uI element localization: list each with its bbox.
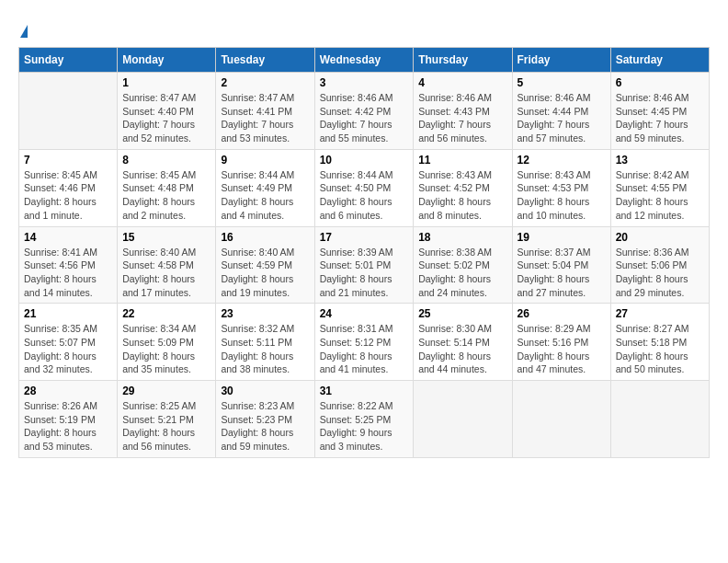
day-number: 31 [320,385,409,397]
calendar-cell: 9 Sunrise: 8:44 AMSunset: 4:49 PMDayligh… [216,149,314,226]
day-info: Sunrise: 8:26 AMSunset: 5:19 PMDaylight:… [24,399,112,454]
day-info: Sunrise: 8:46 AMSunset: 4:42 PMDaylight:… [320,91,409,145]
calendar-table: SundayMondayTuesdayWednesdayThursdayFrid… [18,47,710,458]
day-number: 27 [616,307,704,320]
day-info: Sunrise: 8:47 AMSunset: 4:40 PMDaylight:… [122,91,210,145]
day-info: Sunrise: 8:25 AMSunset: 5:21 PMDaylight:… [122,399,210,454]
day-info: Sunrise: 8:41 AMSunset: 4:56 PMDaylight:… [24,246,112,300]
calendar-cell: 1 Sunrise: 8:47 AMSunset: 4:40 PMDayligh… [118,73,216,150]
day-info: Sunrise: 8:40 AMSunset: 4:59 PMDaylight:… [221,246,309,300]
day-info: Sunrise: 8:31 AMSunset: 5:12 PMDaylight:… [320,322,409,376]
day-number: 14 [24,231,112,244]
calendar-cell: 8 Sunrise: 8:45 AMSunset: 4:48 PMDayligh… [118,149,216,226]
header [18,18,710,40]
day-info: Sunrise: 8:35 AMSunset: 5:07 PMDaylight:… [24,322,112,376]
day-info: Sunrise: 8:44 AMSunset: 4:49 PMDaylight:… [221,168,309,223]
column-header-saturday: Saturday [610,48,709,73]
day-info: Sunrise: 8:46 AMSunset: 4:44 PMDaylight:… [518,91,606,145]
calendar-cell: 11 Sunrise: 8:43 AMSunset: 4:52 PMDaylig… [414,149,512,226]
day-info: Sunrise: 8:32 AMSunset: 5:11 PMDaylight:… [221,322,309,376]
column-header-friday: Friday [512,48,610,73]
day-number: 13 [616,154,704,167]
day-number: 17 [320,231,409,244]
day-info: Sunrise: 8:30 AMSunset: 5:14 PMDaylight:… [418,322,506,376]
column-header-thursday: Thursday [414,48,512,73]
calendar-cell [414,381,512,458]
day-info: Sunrise: 8:43 AMSunset: 4:52 PMDaylight:… [418,168,506,223]
day-number: 22 [122,307,210,320]
calendar-cell: 26 Sunrise: 8:29 AMSunset: 5:16 PMDaylig… [512,304,610,381]
day-number: 20 [616,231,704,244]
calendar-cell: 10 Sunrise: 8:44 AMSunset: 4:50 PMDaylig… [314,149,414,226]
day-number: 30 [221,385,309,397]
logo-text [18,18,28,40]
day-number: 12 [518,154,606,167]
calendar-cell: 3 Sunrise: 8:46 AMSunset: 4:42 PMDayligh… [314,73,414,150]
calendar-cell: 24 Sunrise: 8:31 AMSunset: 5:12 PMDaylig… [314,304,414,381]
day-info: Sunrise: 8:23 AMSunset: 5:23 PMDaylight:… [221,399,309,454]
calendar-cell: 18 Sunrise: 8:38 AMSunset: 5:02 PMDaylig… [414,226,512,304]
calendar-cell: 2 Sunrise: 8:47 AMSunset: 4:41 PMDayligh… [216,73,314,150]
day-number: 3 [320,76,409,89]
day-info: Sunrise: 8:46 AMSunset: 4:43 PMDaylight:… [418,91,506,145]
day-info: Sunrise: 8:43 AMSunset: 4:53 PMDaylight:… [518,168,606,223]
day-info: Sunrise: 8:36 AMSunset: 5:06 PMDaylight:… [616,246,704,300]
calendar-cell: 21 Sunrise: 8:35 AMSunset: 5:07 PMDaylig… [19,304,118,381]
day-number: 15 [122,231,210,244]
day-info: Sunrise: 8:37 AMSunset: 5:04 PMDaylight:… [518,246,606,300]
day-number: 9 [221,154,309,167]
day-info: Sunrise: 8:40 AMSunset: 4:58 PMDaylight:… [122,246,210,300]
calendar-cell: 5 Sunrise: 8:46 AMSunset: 4:44 PMDayligh… [512,73,610,150]
day-number: 29 [122,385,210,397]
calendar-cell [610,381,709,458]
calendar-cell: 29 Sunrise: 8:25 AMSunset: 5:21 PMDaylig… [118,381,216,458]
calendar-cell: 14 Sunrise: 8:41 AMSunset: 4:56 PMDaylig… [19,226,118,304]
day-number: 19 [518,231,606,244]
logo-icon [20,25,28,38]
calendar-cell: 20 Sunrise: 8:36 AMSunset: 5:06 PMDaylig… [610,226,709,304]
day-info: Sunrise: 8:27 AMSunset: 5:18 PMDaylight:… [616,322,704,376]
day-number: 18 [418,231,506,244]
column-header-tuesday: Tuesday [216,48,314,73]
day-number: 23 [221,307,309,320]
day-number: 25 [418,307,506,320]
calendar-cell: 12 Sunrise: 8:43 AMSunset: 4:53 PMDaylig… [512,149,610,226]
calendar-cell: 6 Sunrise: 8:46 AMSunset: 4:45 PMDayligh… [610,73,709,150]
day-number: 28 [24,385,112,397]
calendar-cell: 23 Sunrise: 8:32 AMSunset: 5:11 PMDaylig… [216,304,314,381]
day-info: Sunrise: 8:22 AMSunset: 5:25 PMDaylight:… [320,399,409,454]
calendar-cell: 13 Sunrise: 8:42 AMSunset: 4:55 PMDaylig… [610,149,709,226]
day-number: 5 [518,76,606,89]
day-number: 1 [122,76,210,89]
day-number: 26 [518,307,606,320]
day-info: Sunrise: 8:34 AMSunset: 5:09 PMDaylight:… [122,322,210,376]
day-info: Sunrise: 8:46 AMSunset: 4:45 PMDaylight:… [616,91,704,145]
day-number: 10 [320,154,409,167]
day-number: 2 [221,76,309,89]
day-info: Sunrise: 8:42 AMSunset: 4:55 PMDaylight:… [616,168,704,223]
calendar-cell: 22 Sunrise: 8:34 AMSunset: 5:09 PMDaylig… [118,304,216,381]
day-number: 4 [418,76,506,89]
day-number: 21 [24,307,112,320]
day-number: 16 [221,231,309,244]
calendar-cell: 17 Sunrise: 8:39 AMSunset: 5:01 PMDaylig… [314,226,414,304]
logo [18,18,28,40]
day-info: Sunrise: 8:39 AMSunset: 5:01 PMDaylight:… [320,246,409,300]
column-header-wednesday: Wednesday [314,48,414,73]
calendar-cell: 30 Sunrise: 8:23 AMSunset: 5:23 PMDaylig… [216,381,314,458]
column-header-sunday: Sunday [19,48,118,73]
day-info: Sunrise: 8:44 AMSunset: 4:50 PMDaylight:… [320,168,409,223]
day-number: 7 [24,154,112,167]
day-info: Sunrise: 8:45 AMSunset: 4:46 PMDaylight:… [24,168,112,223]
calendar-cell [512,381,610,458]
calendar-cell: 16 Sunrise: 8:40 AMSunset: 4:59 PMDaylig… [216,226,314,304]
day-number: 6 [616,76,704,89]
calendar-cell: 31 Sunrise: 8:22 AMSunset: 5:25 PMDaylig… [314,381,414,458]
calendar-cell: 7 Sunrise: 8:45 AMSunset: 4:46 PMDayligh… [19,149,118,226]
day-number: 24 [320,307,409,320]
calendar-cell: 4 Sunrise: 8:46 AMSunset: 4:43 PMDayligh… [414,73,512,150]
day-number: 8 [122,154,210,167]
calendar-cell: 28 Sunrise: 8:26 AMSunset: 5:19 PMDaylig… [19,381,118,458]
calendar-cell: 27 Sunrise: 8:27 AMSunset: 5:18 PMDaylig… [610,304,709,381]
day-number: 11 [418,154,506,167]
